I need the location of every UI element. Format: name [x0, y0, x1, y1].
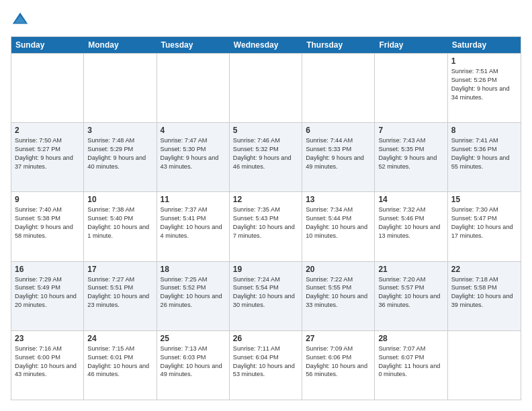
calendar: SundayMondayTuesdayWednesdayThursdayFrid…: [11, 36, 521, 400]
day-number: 27: [306, 334, 371, 343]
day-number: 12: [233, 195, 298, 204]
day-info: Sunrise: 7:44 AM Sunset: 5:33 PM Dayligh…: [306, 136, 371, 171]
day-info: Sunrise: 7:38 AM Sunset: 5:40 PM Dayligh…: [87, 205, 152, 240]
day-number: 20: [306, 265, 371, 274]
day-info: Sunrise: 7:41 AM Sunset: 5:36 PM Dayligh…: [451, 136, 517, 171]
day-info: Sunrise: 7:50 AM Sunset: 5:27 PM Dayligh…: [15, 136, 80, 171]
day-info: Sunrise: 7:11 AM Sunset: 6:04 PM Dayligh…: [233, 345, 298, 379]
day-number: 1: [451, 56, 517, 66]
day-cell-18: 18Sunrise: 7:25 AM Sunset: 5:52 PM Dayli…: [157, 262, 230, 330]
day-cell-9: 9Sunrise: 7:40 AM Sunset: 5:38 PM Daylig…: [11, 192, 84, 261]
day-cell-10: 10Sunrise: 7:38 AM Sunset: 5:40 PM Dayli…: [84, 192, 157, 261]
day-info: Sunrise: 7:22 AM Sunset: 5:55 PM Dayligh…: [306, 275, 371, 310]
day-cell-23: 23Sunrise: 7:16 AM Sunset: 6:00 PM Dayli…: [11, 331, 84, 400]
day-info: Sunrise: 7:16 AM Sunset: 6:00 PM Dayligh…: [15, 345, 80, 379]
day-cell-7: 7Sunrise: 7:43 AM Sunset: 5:35 PM Daylig…: [375, 123, 447, 191]
day-info: Sunrise: 7:13 AM Sunset: 6:03 PM Dayligh…: [161, 345, 226, 379]
day-cell-25: 25Sunrise: 7:13 AM Sunset: 6:03 PM Dayli…: [157, 331, 230, 400]
day-cell-27: 27Sunrise: 7:09 AM Sunset: 6:06 PM Dayli…: [302, 331, 375, 400]
day-cell-2: 2Sunrise: 7:50 AM Sunset: 5:27 PM Daylig…: [11, 123, 84, 191]
day-number: 14: [378, 195, 443, 204]
day-number: 8: [451, 126, 517, 135]
day-number: 18: [161, 265, 226, 274]
day-number: 7: [378, 126, 443, 135]
day-cell-11: 11Sunrise: 7:37 AM Sunset: 5:41 PM Dayli…: [157, 192, 230, 261]
day-cell-26: 26Sunrise: 7:11 AM Sunset: 6:04 PM Dayli…: [230, 331, 302, 400]
day-number: 13: [306, 195, 371, 204]
day-cell-22: 22Sunrise: 7:18 AM Sunset: 5:58 PM Dayli…: [448, 262, 521, 330]
day-number: 26: [233, 334, 298, 343]
header-day-wednesday: Wednesday: [230, 37, 302, 53]
day-number: 2: [15, 126, 80, 135]
day-cell-21: 21Sunrise: 7:20 AM Sunset: 5:57 PM Dayli…: [375, 262, 447, 330]
day-number: 11: [161, 195, 226, 204]
day-info: Sunrise: 7:09 AM Sunset: 6:06 PM Dayligh…: [306, 345, 371, 379]
day-info: Sunrise: 7:47 AM Sunset: 5:30 PM Dayligh…: [161, 136, 226, 171]
day-number: 24: [87, 334, 152, 343]
day-number: 28: [378, 334, 443, 343]
day-number: 10: [87, 195, 152, 204]
empty-cell: [230, 54, 302, 122]
day-cell-19: 19Sunrise: 7:24 AM Sunset: 5:54 PM Dayli…: [230, 262, 302, 330]
header-day-monday: Monday: [84, 37, 157, 53]
day-cell-3: 3Sunrise: 7:48 AM Sunset: 5:29 PM Daylig…: [84, 123, 157, 191]
empty-cell: [302, 54, 375, 122]
day-number: 22: [451, 265, 517, 274]
empty-cell: [448, 331, 521, 400]
day-number: 16: [15, 265, 80, 274]
page: SundayMondayTuesdayWednesdayThursdayFrid…: [0, 0, 532, 411]
day-number: 17: [87, 265, 152, 274]
calendar-row-2: 2Sunrise: 7:50 AM Sunset: 5:27 PM Daylig…: [11, 122, 521, 191]
day-cell-15: 15Sunrise: 7:30 AM Sunset: 5:47 PM Dayli…: [448, 192, 521, 261]
day-cell-28: 28Sunrise: 7:07 AM Sunset: 6:07 PM Dayli…: [375, 331, 447, 400]
day-info: Sunrise: 7:24 AM Sunset: 5:54 PM Dayligh…: [233, 275, 298, 310]
day-info: Sunrise: 7:30 AM Sunset: 5:47 PM Dayligh…: [451, 205, 517, 240]
day-number: 3: [87, 126, 152, 135]
day-number: 25: [161, 334, 226, 343]
day-info: Sunrise: 7:25 AM Sunset: 5:52 PM Dayligh…: [161, 275, 226, 310]
day-number: 19: [233, 265, 298, 274]
day-number: 23: [15, 334, 80, 343]
logo-icon: [11, 11, 30, 30]
empty-cell: [11, 54, 84, 122]
day-info: Sunrise: 7:40 AM Sunset: 5:38 PM Dayligh…: [15, 205, 80, 240]
calendar-row-5: 23Sunrise: 7:16 AM Sunset: 6:00 PM Dayli…: [11, 330, 521, 400]
day-info: Sunrise: 7:27 AM Sunset: 5:51 PM Dayligh…: [87, 275, 152, 310]
day-cell-12: 12Sunrise: 7:35 AM Sunset: 5:43 PM Dayli…: [230, 192, 302, 261]
day-number: 21: [378, 265, 443, 274]
day-number: 6: [306, 126, 371, 135]
header-day-thursday: Thursday: [302, 37, 375, 53]
day-cell-24: 24Sunrise: 7:15 AM Sunset: 6:01 PM Dayli…: [84, 331, 157, 400]
calendar-header: SundayMondayTuesdayWednesdayThursdayFrid…: [11, 37, 521, 53]
day-info: Sunrise: 7:07 AM Sunset: 6:07 PM Dayligh…: [378, 345, 443, 379]
calendar-row-3: 9Sunrise: 7:40 AM Sunset: 5:38 PM Daylig…: [11, 191, 521, 261]
day-info: Sunrise: 7:51 AM Sunset: 5:26 PM Dayligh…: [451, 67, 517, 102]
day-cell-17: 17Sunrise: 7:27 AM Sunset: 5:51 PM Dayli…: [84, 262, 157, 330]
calendar-row-4: 16Sunrise: 7:29 AM Sunset: 5:49 PM Dayli…: [11, 261, 521, 330]
day-cell-4: 4Sunrise: 7:47 AM Sunset: 5:30 PM Daylig…: [157, 123, 230, 191]
day-info: Sunrise: 7:43 AM Sunset: 5:35 PM Dayligh…: [378, 136, 443, 171]
logo: [11, 11, 32, 30]
day-info: Sunrise: 7:15 AM Sunset: 6:01 PM Dayligh…: [87, 345, 152, 379]
header-day-friday: Friday: [375, 37, 447, 53]
day-cell-13: 13Sunrise: 7:34 AM Sunset: 5:44 PM Dayli…: [302, 192, 375, 261]
day-number: 4: [161, 126, 226, 135]
day-info: Sunrise: 7:18 AM Sunset: 5:58 PM Dayligh…: [451, 275, 517, 310]
header-day-sunday: Sunday: [11, 37, 84, 53]
day-cell-1: 1Sunrise: 7:51 AM Sunset: 5:26 PM Daylig…: [448, 54, 521, 122]
day-cell-14: 14Sunrise: 7:32 AM Sunset: 5:46 PM Dayli…: [375, 192, 447, 261]
day-info: Sunrise: 7:46 AM Sunset: 5:32 PM Dayligh…: [233, 136, 298, 171]
day-cell-6: 6Sunrise: 7:44 AM Sunset: 5:33 PM Daylig…: [302, 123, 375, 191]
day-cell-5: 5Sunrise: 7:46 AM Sunset: 5:32 PM Daylig…: [230, 123, 302, 191]
day-number: 9: [15, 195, 80, 204]
day-cell-20: 20Sunrise: 7:22 AM Sunset: 5:55 PM Dayli…: [302, 262, 375, 330]
day-info: Sunrise: 7:29 AM Sunset: 5:49 PM Dayligh…: [15, 275, 80, 310]
day-cell-8: 8Sunrise: 7:41 AM Sunset: 5:36 PM Daylig…: [448, 123, 521, 191]
day-info: Sunrise: 7:48 AM Sunset: 5:29 PM Dayligh…: [87, 136, 152, 171]
header: [11, 11, 521, 30]
calendar-body: 1Sunrise: 7:51 AM Sunset: 5:26 PM Daylig…: [11, 53, 521, 400]
day-info: Sunrise: 7:32 AM Sunset: 5:46 PM Dayligh…: [378, 205, 443, 240]
header-day-tuesday: Tuesday: [157, 37, 230, 53]
day-info: Sunrise: 7:37 AM Sunset: 5:41 PM Dayligh…: [161, 205, 226, 240]
day-cell-16: 16Sunrise: 7:29 AM Sunset: 5:49 PM Dayli…: [11, 262, 84, 330]
